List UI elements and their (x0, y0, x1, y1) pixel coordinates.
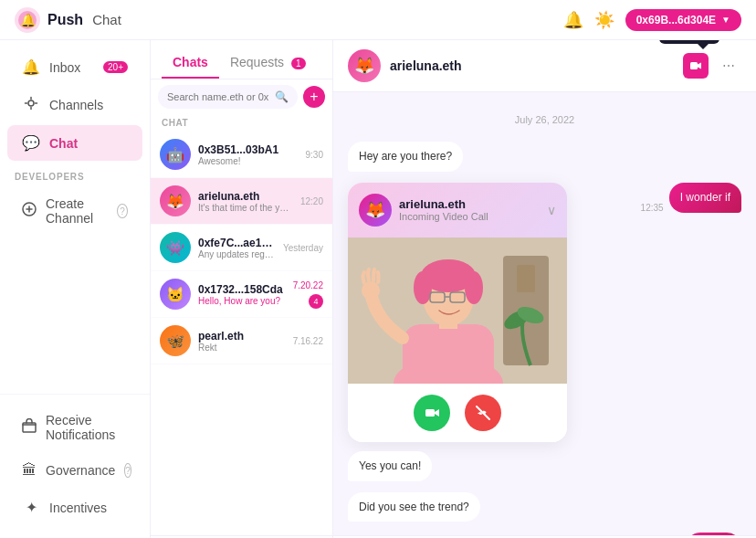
chat-preview-0xfe7c: Any updates regarding this? (198, 249, 276, 259)
chat-info-0xfe7c: 0xfe7C...ae1d4d Any updates regarding th… (198, 237, 276, 259)
video-call-tooltip: Video Call (659, 40, 719, 44)
wallet-address: 0x69B...6d304E (636, 14, 716, 26)
sidebar-nav: 🔔 Inbox 20+ Channels 💬 Chat DEVELOPERS (0, 40, 150, 394)
svg-point-3 (28, 100, 34, 106)
chat-header: 🦊 arieluna.eth Video Call ⋯ (333, 40, 756, 92)
governance-icon: 🏛 (22, 462, 37, 479)
chat-info-0x3b51: 0x3B51...03bA1 Awesome! (198, 143, 299, 166)
svg-point-15 (414, 271, 432, 304)
chat-item-0x1732[interactable]: 🐱 0x1732...158Cda Hello, How are you? 7.… (151, 271, 332, 318)
chat-info-pearl: pearl.eth Rekt (198, 330, 286, 353)
chat-item-arieluna[interactable]: 🦊 arieluna.eth It's that time of the yea… (151, 178, 332, 225)
wallet-button[interactable]: 0x69B...6d304E ▼ (625, 9, 741, 31)
messages-area: July 26, 2022 Hey are you there? 🦊 ari (333, 92, 756, 535)
message-bubble-m1: Hey are you there? (348, 142, 463, 172)
chat-items: 🤖 0x3B51...03bA1 Awesome! 9:30 🦊 arielun… (151, 132, 332, 535)
chat-item-0x3b51[interactable]: 🤖 0x3B51...03bA1 Awesome! 9:30 (151, 132, 332, 178)
sidebar-item-governance[interactable]: 🏛 Governance ? (7, 453, 142, 488)
chat-preview-arieluna: It's that time of the year... (198, 203, 293, 213)
chat-meta-pearl: 7.16.22 (293, 336, 323, 346)
message-bubble-m3: Yes you can! (348, 451, 432, 481)
help-icon[interactable]: ? (117, 204, 128, 218)
svg-rect-9 (517, 265, 535, 292)
incoming-call-card: 🦊 arieluna.eth Incoming Video Call ∨ (348, 183, 567, 442)
chat-meta-arieluna: 12:20 (300, 196, 323, 206)
chevron-down-icon: ▼ (721, 15, 730, 25)
new-chat-button[interactable]: + (303, 86, 325, 108)
chat-icon: 💬 (22, 134, 40, 152)
search-icon[interactable]: 🔍 (275, 90, 289, 103)
inbox-icon: 🔔 (22, 58, 40, 76)
search-input[interactable] (167, 91, 269, 102)
header-actions: Video Call ⋯ (683, 53, 741, 79)
chat-preview-pearl: Rekt (198, 343, 286, 353)
sidebar-item-channels[interactable]: Channels (7, 87, 142, 123)
chat-meta-0x3b51: 9:30 (306, 150, 323, 160)
chat-preview-0x3b51: Awesome! (198, 156, 299, 166)
sidebar-item-more[interactable]: ··· More (7, 527, 142, 538)
app-logo: 🔔 Push (15, 7, 83, 33)
unread-badge-0x1732: 4 (309, 294, 323, 309)
chat-section-label: CHAT (151, 114, 332, 132)
chat-time-0x1732: 7.20.22 (293, 280, 323, 290)
call-header: 🦊 arieluna.eth Incoming Video Call ∨ (348, 183, 567, 237)
more-options-button[interactable]: ⋯ (716, 53, 741, 79)
developers-section-label: DEVELOPERS (0, 164, 150, 185)
call-subtitle: Incoming Video Call (399, 211, 488, 222)
call-info: arieluna.eth Incoming Video Call (399, 197, 488, 222)
app-name: Push (47, 12, 83, 28)
sidebar-item-incentives[interactable]: ✦ Incentives (7, 490, 142, 525)
chat-header-avatar: 🦊 (348, 49, 381, 82)
sidebar-label-chat: Chat (49, 136, 78, 151)
governance-help-icon[interactable]: ? (124, 463, 131, 478)
app-body: 🔔 Inbox 20+ Channels 💬 Chat DEVELOPERS (0, 40, 756, 538)
incentives-icon: ✦ (22, 499, 40, 516)
channels-icon (22, 96, 40, 114)
sidebar-item-chat[interactable]: 💬 Chat (7, 125, 142, 161)
sidebar-item-receive-notifications[interactable]: Receive Notifications (7, 404, 142, 451)
sidebar-label-create-channel: Create Channel (46, 196, 108, 226)
settings-icon[interactable]: ☀️ (594, 10, 614, 30)
tab-chats-label: Chats (173, 55, 208, 69)
sidebar-label-receive-notifications: Receive Notifications (46, 413, 128, 442)
chat-avatar-pearl: 🦋 (160, 325, 191, 356)
message-row-m4: Did you see the trend? (348, 492, 741, 522)
svg-rect-23 (425, 409, 435, 417)
sidebar-label-incentives: Incentives (49, 501, 107, 515)
sidebar-item-inbox[interactable]: 🔔 Inbox 20+ (7, 49, 142, 85)
chat-meta-0x1732: 7.20.22 4 (293, 280, 323, 309)
chat-item-0xfe7c[interactable]: 👾 0xfe7C...ae1d4d Any updates regarding … (151, 225, 332, 271)
chat-contact-name: arieluna.eth (390, 58, 674, 73)
sidebar-label-governance: Governance (46, 463, 115, 478)
chat-list-panel: Chats Requests 1 🔍 + CHAT 🤖 (151, 40, 333, 538)
global-header: 🔔 Push Chat 🔔 ☀️ 0x69B...6d304E ▼ (0, 0, 756, 40)
call-video-preview (348, 237, 567, 384)
caller-name: arieluna.eth (399, 197, 488, 211)
chat-avatar-0x3b51: 🤖 (160, 139, 191, 170)
chat-name-arieluna: arieluna.eth (198, 190, 293, 203)
app-layout: 🔔 Push Chat 🔔 ☀️ 0x69B...6d304E ▼ 🔔 Inbo… (0, 0, 756, 538)
chat-name-0x1732: 0x1732...158Cda (198, 283, 286, 296)
tab-chats[interactable]: Chats (162, 47, 219, 79)
chat-time-arieluna: 12:20 (300, 196, 323, 206)
sidebar-bottom: Receive Notifications 🏛 Governance ? ✦ I… (0, 394, 150, 538)
video-call-button[interactable] (683, 53, 709, 79)
chat-time-pearl: 7.16.22 (293, 336, 323, 346)
chat-avatar-0x1732: 🐱 (160, 279, 191, 310)
inbox-badge: 20+ (103, 61, 128, 73)
accept-call-button[interactable] (414, 395, 450, 431)
notifications-icon[interactable]: 🔔 (563, 10, 583, 30)
page-title: Chat (92, 12, 121, 27)
call-collapse-icon[interactable]: ∨ (547, 203, 556, 217)
chat-time-0x3b51: 9:30 (306, 150, 323, 160)
call-avatar: 🦊 (359, 194, 392, 227)
chat-avatar-0xfe7c: 👾 (160, 232, 191, 263)
chat-avatar-arieluna: 🦊 (160, 185, 191, 216)
chat-name-0xfe7c: 0xfe7C...ae1d4d (198, 237, 276, 249)
decline-call-button[interactable] (465, 395, 501, 431)
tab-requests-label: Requests (230, 55, 284, 69)
tab-requests[interactable]: Requests 1 (219, 47, 317, 79)
sidebar-item-create-channel[interactable]: Create Channel ? (7, 187, 142, 235)
receive-notifications-icon (22, 418, 37, 437)
chat-item-pearl[interactable]: 🦋 pearl.eth Rekt 7.16.22 (151, 318, 332, 364)
